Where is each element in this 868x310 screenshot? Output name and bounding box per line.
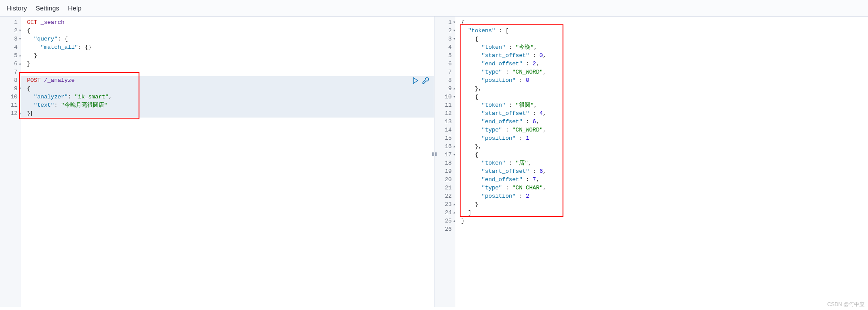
code-line[interactable]: } xyxy=(461,200,868,209)
code-line[interactable]: "type" : "CN_WORD", xyxy=(461,68,868,76)
code-line[interactable]: "tokens" : [ xyxy=(461,27,868,35)
code-line[interactable]: { xyxy=(27,27,434,35)
line-number: 1▾ xyxy=(434,18,452,27)
code-line[interactable]: "position" : 0 xyxy=(461,76,868,84)
code-line[interactable]: "match_all": {} xyxy=(27,43,434,51)
code-line[interactable]: "position" : 1 xyxy=(461,134,868,142)
line-number: 25▴ xyxy=(434,217,452,225)
code-line[interactable]: }, xyxy=(461,142,868,151)
line-number: 24▴ xyxy=(434,209,452,217)
code-line[interactable]: } xyxy=(27,109,434,118)
line-number: 10▾ xyxy=(434,93,452,101)
pane-splitter-icon[interactable]: ▮▮ xyxy=(431,150,437,157)
line-number: 8 xyxy=(434,76,452,84)
line-number: 16▴ xyxy=(434,142,452,151)
code-line[interactable]: { xyxy=(461,35,868,43)
code-line[interactable]: "end_offset" : 2, xyxy=(461,60,868,68)
code-line[interactable]: } xyxy=(27,51,434,60)
line-number: 23▴ xyxy=(434,200,452,209)
code-line[interactable]: "position" : 2 xyxy=(461,192,868,200)
code-line[interactable] xyxy=(461,225,868,233)
menu-bar: History Settings Help xyxy=(0,0,868,17)
line-number: 10 xyxy=(0,93,17,101)
line-number: 13 xyxy=(434,118,452,126)
code-line[interactable]: { xyxy=(461,18,868,27)
line-number: 7 xyxy=(434,68,452,76)
wrench-icon[interactable] xyxy=(422,77,430,84)
response-viewer[interactable]: { "tokens" : [ { "token" : "今晚", "start_… xyxy=(455,17,868,307)
line-number: 2▾ xyxy=(434,27,452,35)
code-line[interactable]: "end_offset" : 7, xyxy=(461,175,868,184)
line-number: 3▾ xyxy=(0,35,17,43)
code-line[interactable]: GET _search xyxy=(27,18,434,27)
code-line[interactable]: "token" : "今晚", xyxy=(461,43,868,51)
code-line[interactable]: "start_offset" : 4, xyxy=(461,109,868,118)
menu-help[interactable]: Help xyxy=(68,4,81,12)
line-number: 26 xyxy=(434,225,452,233)
line-number: 12▴ xyxy=(0,109,17,118)
request-editor[interactable]: GET _search{ "query": { "match_all": {} … xyxy=(21,17,434,307)
line-number: 19 xyxy=(434,167,452,175)
line-number: 6 xyxy=(434,60,452,68)
line-number: 15 xyxy=(434,134,452,142)
code-line[interactable]: } xyxy=(461,217,868,225)
line-number: 22 xyxy=(434,192,452,200)
line-number: 4 xyxy=(434,43,452,51)
editor-container: 12▾3▾45▴6▴789▾101112▴ GET _search{ "quer… xyxy=(0,17,868,307)
code-line[interactable]: POST /_analyze xyxy=(27,76,434,84)
watermark-text: CSDN @何中应 xyxy=(827,301,865,307)
menu-history[interactable]: History xyxy=(7,4,27,12)
code-line[interactable]: "analyzer": "ik_smart", xyxy=(27,93,434,101)
code-line[interactable] xyxy=(27,68,434,76)
code-line[interactable]: "type" : "CN_WORD", xyxy=(461,126,868,134)
line-number: 7 xyxy=(0,68,17,76)
code-line[interactable]: "start_offset" : 6, xyxy=(461,167,868,175)
line-number: 11 xyxy=(0,101,17,109)
line-number: 5 xyxy=(434,51,452,60)
line-number: 20 xyxy=(434,175,452,184)
code-line[interactable]: { xyxy=(461,93,868,101)
line-number: 9▾ xyxy=(0,84,17,93)
left-gutter: 12▾3▾45▴6▴789▾101112▴ xyxy=(0,17,21,307)
line-number: 9▴ xyxy=(434,84,452,93)
line-number: 2▾ xyxy=(0,27,17,35)
line-number: 12 xyxy=(434,109,452,118)
code-line[interactable]: { xyxy=(461,151,868,159)
line-number: 1 xyxy=(0,18,17,27)
code-line[interactable]: "token" : "很圆", xyxy=(461,101,868,109)
line-number: 18 xyxy=(434,159,452,167)
line-number: 4 xyxy=(0,43,17,51)
code-line[interactable]: "query": { xyxy=(27,35,434,43)
line-number: 8 xyxy=(0,76,17,84)
code-line[interactable]: "start_offset" : 0, xyxy=(461,51,868,60)
code-line[interactable]: "text": "今晚月亮很圆店" xyxy=(27,101,434,109)
code-line[interactable]: } xyxy=(27,60,434,68)
line-number: 5▴ xyxy=(0,51,17,60)
line-number: 14 xyxy=(434,126,452,134)
menu-settings[interactable]: Settings xyxy=(36,4,59,12)
line-number: 3▾ xyxy=(434,35,452,43)
code-line[interactable]: }, xyxy=(461,84,868,93)
right-gutter: 1▾2▾3▾456789▴10▾111213141516▴17▾18192021… xyxy=(434,17,455,307)
code-line[interactable]: { xyxy=(27,84,434,93)
response-viewer-pane: 1▾2▾3▾456789▴10▾111213141516▴17▾18192021… xyxy=(434,17,868,307)
code-line[interactable]: "token" : "店", xyxy=(461,159,868,167)
code-line[interactable]: "type" : "CN_CHAR", xyxy=(461,184,868,192)
request-editor-pane: 12▾3▾45▴6▴789▾101112▴ GET _search{ "quer… xyxy=(0,17,434,307)
line-number: 11 xyxy=(434,101,452,109)
code-line[interactable]: "end_offset" : 6, xyxy=(461,118,868,126)
request-actions xyxy=(411,77,430,84)
svg-marker-0 xyxy=(413,78,417,84)
line-number: 6▴ xyxy=(0,60,17,68)
play-icon[interactable] xyxy=(411,77,419,84)
line-number: 21 xyxy=(434,184,452,192)
code-line[interactable]: ] xyxy=(461,209,868,217)
